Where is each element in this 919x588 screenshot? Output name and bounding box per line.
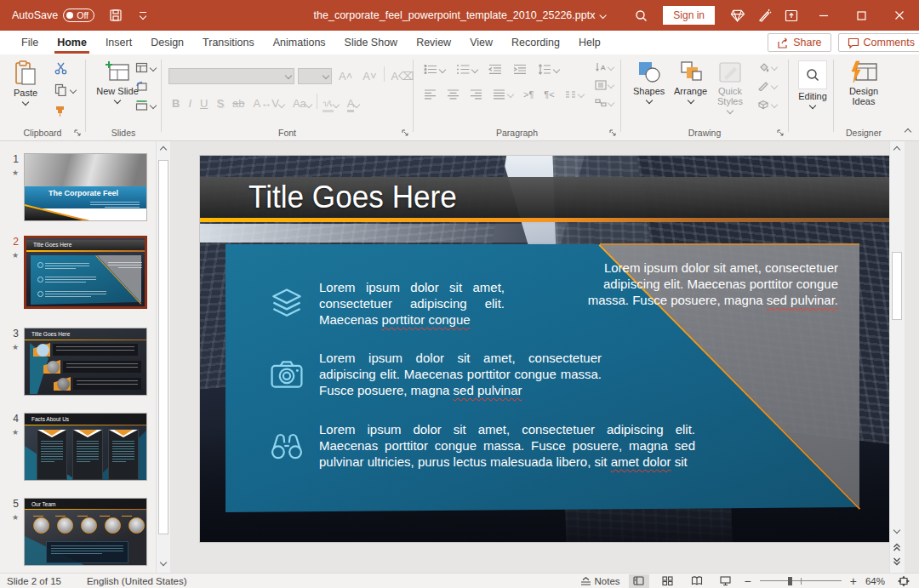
decrease-font-size-button[interactable]: A˅ [359, 70, 380, 83]
slide-scroll-down-button[interactable] [891, 524, 903, 538]
shape-fill-button[interactable] [756, 61, 779, 73]
convert-to-smartart-button[interactable] [593, 97, 615, 109]
thumbnail-scroll-up-button[interactable] [157, 143, 169, 157]
reading-view-button[interactable] [687, 574, 707, 588]
reset-button[interactable] [134, 80, 157, 93]
editing-button[interactable]: Editing [793, 60, 832, 109]
normal-view-button[interactable] [629, 574, 649, 588]
design-ideas-button[interactable]: Design Ideas [841, 60, 887, 107]
collapse-ribbon-button[interactable] [904, 128, 912, 135]
language-indicator[interactable]: English (United States) [87, 576, 187, 586]
slide-scrollbar-thumb[interactable] [892, 252, 902, 320]
align-center-button[interactable] [445, 88, 461, 100]
clipboard-dialog-launcher[interactable] [74, 129, 83, 138]
shape-outline-button[interactable] [756, 80, 779, 92]
thumbnail-scroll-down-button[interactable] [157, 557, 169, 570]
tab-design[interactable]: Design [141, 32, 193, 53]
slide-title-text[interactable]: Title Goes Here [248, 177, 457, 218]
copy-button[interactable] [53, 83, 77, 97]
notes-button[interactable]: Notes [580, 576, 620, 586]
increase-indent-button[interactable] [511, 63, 528, 76]
slide-scrollbar[interactable] [889, 141, 905, 573]
comments-button[interactable]: Comments [838, 33, 919, 52]
slide-1-thumbnail[interactable]: The Corporate Feel [24, 153, 147, 221]
slide-indicator[interactable]: Slide 2 of 15 [7, 576, 61, 586]
decrease-indent-button[interactable] [487, 63, 504, 76]
font-name-combobox[interactable] [168, 68, 294, 84]
minimize-button[interactable] [806, 3, 842, 28]
bullet-item-2[interactable]: Lorem ipsum dolor sit amet, consectetuer… [268, 350, 602, 398]
format-painter-button[interactable] [53, 104, 77, 118]
close-button[interactable] [881, 3, 918, 28]
slide-5-thumbnail[interactable]: Our Team [24, 498, 147, 566]
paragraph-dialog-launcher[interactable] [609, 129, 618, 138]
maximize-button[interactable] [843, 3, 879, 28]
thumbnail-scrollbar-thumb[interactable] [158, 160, 168, 534]
bullets-button[interactable] [422, 63, 447, 76]
tab-view[interactable]: View [460, 32, 502, 53]
bullet-text-3[interactable]: Lorem ipsum dolor sit amet, consectetuer… [319, 421, 695, 470]
columns-button[interactable] [563, 89, 585, 100]
fit-slide-to-window-button[interactable] [893, 574, 914, 588]
change-case-button[interactable]: Aa [289, 97, 315, 110]
zoom-in-button[interactable]: + [850, 574, 857, 588]
customize-quick-access-toolbar-button[interactable] [130, 3, 156, 28]
paste-button[interactable]: Paste [9, 60, 43, 106]
ltr-direction-button[interactable]: >¶ [522, 88, 535, 100]
tab-file[interactable]: File [12, 32, 48, 53]
shapes-button[interactable]: Shapes [628, 60, 670, 104]
strikethrough-button[interactable]: ab [229, 97, 248, 110]
character-spacing-button[interactable]: A↔V [250, 97, 288, 110]
tab-recording[interactable]: Recording [502, 32, 569, 53]
section-button[interactable] [134, 99, 157, 111]
justify-button[interactable] [491, 88, 515, 100]
drawing-dialog-launcher[interactable] [777, 129, 785, 138]
save-button[interactable] [103, 3, 128, 28]
font-size-combobox[interactable] [298, 68, 332, 84]
align-right-button[interactable] [468, 88, 484, 100]
autosave-toggle[interactable]: AutoSave Off [12, 9, 94, 22]
zoom-slider-thumb[interactable] [788, 577, 792, 585]
bullet-text-1[interactable]: Lorem ipsum dolor sit amet, consectetuer… [319, 279, 505, 328]
italic-button[interactable]: I [185, 97, 195, 110]
font-color-button[interactable]: A [344, 97, 363, 110]
zoom-out-button[interactable]: − [745, 574, 751, 588]
slide-2-thumbnail[interactable]: Title Goes Here [24, 236, 147, 309]
autosave-switch[interactable]: Off [63, 9, 94, 22]
bullet-item-1[interactable]: Lorem ipsum dolor sit amet, consectetuer… [268, 279, 505, 328]
zoom-slider[interactable] [760, 574, 842, 588]
arrange-button[interactable]: Arrange [669, 60, 712, 104]
share-button[interactable]: Share [768, 33, 831, 52]
slide-editor[interactable]: Title Goes Here Lorem ipsum dolor sit am… [200, 156, 892, 542]
slide-sorter-view-button[interactable] [658, 574, 678, 588]
quick-styles-button[interactable]: Quick Styles [710, 60, 751, 114]
search-button[interactable] [628, 3, 654, 28]
bullet-text-2[interactable]: Lorem ipsum dolor sit amet, consectetuer… [319, 350, 602, 398]
presenter-coach-button[interactable] [751, 3, 777, 28]
tab-insert[interactable]: Insert [96, 32, 141, 53]
document-title[interactable]: the_corporate_feel_powerpoint_template_2… [314, 9, 606, 21]
bold-button[interactable]: B [168, 97, 183, 110]
tab-animations[interactable]: Animations [264, 32, 335, 53]
underline-button[interactable]: U [197, 97, 211, 110]
font-dialog-launcher[interactable] [402, 129, 410, 138]
cut-button[interactable] [53, 61, 77, 76]
ribbon-display-options-button[interactable] [779, 3, 804, 28]
bullet-item-3[interactable]: Lorem ipsum dolor sit amet, consectetuer… [268, 421, 695, 470]
slide-3-thumbnail[interactable]: Title Goes Here [24, 328, 147, 396]
tab-slide-show[interactable]: Slide Show [335, 32, 408, 53]
text-direction-button[interactable]: A [593, 61, 615, 73]
rtl-direction-button[interactable]: ¶< [542, 88, 556, 100]
align-text-button[interactable] [593, 79, 615, 91]
next-slide-button[interactable] [891, 556, 903, 568]
layout-button[interactable] [134, 61, 157, 74]
tab-help[interactable]: Help [569, 32, 610, 53]
tab-transitions[interactable]: Transitions [193, 32, 264, 53]
text-highlight-button[interactable]: ᝰ [319, 97, 342, 110]
sign-in-button[interactable]: Sign in [663, 6, 715, 25]
previous-slide-button[interactable] [891, 541, 903, 553]
align-left-button[interactable] [422, 88, 438, 100]
line-spacing-button[interactable] [536, 63, 561, 76]
text-shadow-button[interactable]: S [213, 97, 227, 110]
tab-review[interactable]: Review [407, 32, 460, 53]
